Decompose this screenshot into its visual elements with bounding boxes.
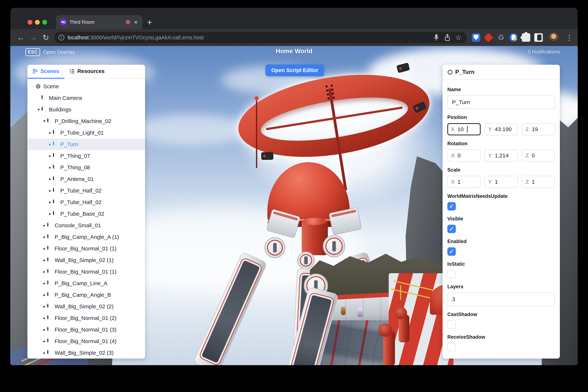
enabled-checkbox[interactable]: ✓ [447,247,456,256]
tree-item-floor-big-normal-01-2[interactable]: ▸ Floor_Big_Normal_01 (2) [28,312,145,324]
red-diamond-extension-icon[interactable] [484,33,493,42]
worldmatrixneedsupdate-checkbox[interactable]: ✓ [447,202,456,210]
position-y-input[interactable]: Y43.190 [485,123,518,135]
axis-label: X [451,152,454,159]
expand-arrow-icon[interactable]: ▾ [42,119,47,124]
expand-arrow-icon[interactable]: ▸ [47,212,53,216]
tree-item-p-tube-half-02[interactable]: ▸ P_Tube_Half_02 [28,185,145,196]
frame-extension-icon[interactable] [534,33,543,42]
tab-close-icon[interactable]: × [133,19,138,25]
viewport-3d-scene[interactable]: ESC Open Overlay Home World 0 Notificati… [10,46,578,365]
open-script-editor-button[interactable]: Open Script Editor [266,64,324,76]
tree-item-main-camera[interactable]: Main Camera [28,92,145,104]
rotation-z-input[interactable]: Z0 [522,150,555,162]
isstatic-checkbox[interactable]: ✓ [447,270,456,278]
expand-arrow-icon[interactable]: ▸ [42,327,47,332]
menu-kebab-icon[interactable]: ⋮ [566,33,573,42]
tree-item-p-big-camp-angle-a-1[interactable]: ▸ P_Big_Camp_Angle_A (1) [28,231,145,243]
tree-item-scene[interactable]: Scene [28,80,145,92]
expand-arrow-icon[interactable]: ▸ [47,188,53,193]
tree-item-p-tube-base-02[interactable]: ▸ P_Tube_Base_02 [28,208,145,220]
tree-item-buildings[interactable]: ▾ Buildings [28,104,145,115]
scale-x-input[interactable]: X1 [447,176,480,188]
forward-button[interactable]: → [28,33,39,42]
expand-arrow-icon[interactable]: ▸ [47,142,53,147]
expand-arrow-icon[interactable]: ▸ [47,200,53,205]
tree-item-wall-big-simple-02-1[interactable]: ▸ Wall_Big_Simple_02 (1) [28,254,145,266]
share-icon[interactable] [444,34,450,41]
inspector-body: Name P_Turn Position X10Y43.190Z19 Rotat… [442,80,560,356]
position-z-input[interactable]: Z19 [522,123,555,135]
expand-arrow-icon[interactable]: ▸ [42,246,47,251]
expand-arrow-icon[interactable]: ▸ [42,223,47,228]
tree-item-floor-big-normal-01-3[interactable]: ▸ Floor_Big_Normal_01 (3) [28,324,145,335]
url-text[interactable]: localhost:3000/world/!vjrzmTVOcyIsLgaAkA… [68,34,433,41]
expand-arrow-icon[interactable]: ▸ [42,292,47,297]
tree-item-floor-big-normal-01-4[interactable]: ▸ Floor_Big_Normal_01 (4) [28,335,145,347]
microphone-icon[interactable] [433,34,440,41]
tree-item-p-big-camp-angle-b[interactable]: ▸ P_Big_Camp_Angle_B [28,289,145,300]
avatar-figure [341,307,346,315]
tree-item-p-thing-07[interactable]: ▸ P_Thing_07 [28,150,145,162]
receiveshadow-checkbox[interactable]: ✓ [447,343,456,351]
recycle-extension-icon[interactable]: ♻ [497,33,505,42]
expand-arrow-icon[interactable]: ▸ [47,154,53,158]
tree-item-p-turn[interactable]: ▸ P_Turn [28,138,145,150]
expand-arrow-icon[interactable]: ▸ [42,258,47,262]
tree-item-wall-big-simple-02-2[interactable]: ▸ Wall_Big_Simple_02 (2) [28,300,145,312]
position-x-input[interactable]: X10 [447,123,480,135]
notifications-status[interactable]: 0 Notifications [528,49,560,55]
tree-item-p-thing-08[interactable]: ▸ P_Thing_08 [28,162,145,173]
scale-y-input[interactable]: Y1 [485,176,518,188]
rotation-y-input[interactable]: Y1.214 [485,150,518,162]
expand-arrow-icon[interactable]: ▸ [42,350,47,355]
tree-item-wall-big-simple-02-3[interactable]: ▸ Wall_Big_Simple_02 (3) [28,347,145,358]
bitwarden-extension-icon[interactable] [472,33,480,42]
expand-arrow-icon[interactable]: ▸ [42,339,47,344]
expand-arrow-icon[interactable]: ▸ [42,269,47,274]
tree-item-floor-big-normal-01-1[interactable]: ▸ Floor_Big_Normal_01 (1) [28,243,145,254]
name-input[interactable]: P_Turn [447,96,555,109]
field-label: IsStatic [447,261,555,267]
bookmark-star-icon[interactable]: ☆ [455,34,462,41]
cloud [132,114,249,145]
expand-arrow-icon[interactable]: ▸ [42,281,47,286]
expand-arrow-icon[interactable]: ▾ [36,107,42,112]
window-zoom-button[interactable] [42,20,47,25]
new-tab-button[interactable]: + [147,18,152,26]
moon-extension-icon[interactable] [509,33,518,42]
scale-z-input[interactable]: Z1 [522,176,555,188]
section-enabled: Enabled ✓ [447,239,555,256]
tree-item-p-drilling-machine-02[interactable]: ▾ P_Drilling_Machine_02 [28,115,145,127]
expand-arrow-icon[interactable]: ▸ [47,165,53,170]
expand-arrow-icon[interactable]: ▸ [42,316,47,320]
rotation-x-input[interactable]: X0 [447,150,480,162]
ring-sensor-cap [261,152,274,160]
tab-scenes[interactable]: Scenes [28,65,64,79]
tree-item-p-antena-01[interactable]: ▸ P_Antena_01 [28,173,145,185]
tree-item-p-tube-light-01[interactable]: ▸ P_Tube_Light_01 [28,127,145,138]
window-close-button[interactable] [28,20,32,25]
tree-item-floor-big-normal-01-1[interactable]: ▸ Floor_Big_Normal_01 (1) [28,266,145,278]
expand-arrow-icon[interactable]: ▸ [42,234,47,240]
extensions-puzzle-icon[interactable] [522,33,530,42]
back-button[interactable]: ← [15,33,26,42]
address-bar[interactable]: i localhost:3000/world/!vjrzmTVOcyIsLgaA… [54,32,467,43]
browser-tab[interactable]: Third Room × [56,15,142,29]
page-info-icon[interactable]: i [58,34,64,40]
layers-input[interactable]: 3 [447,292,555,306]
tab-resources[interactable]: Resources [64,65,110,79]
window-minimize-button[interactable] [35,20,40,25]
tree-item-p-big-camp-line-a[interactable]: ▸ P_Big_Camp_Line_A [28,278,145,289]
reload-button[interactable]: ↻ [40,33,52,42]
profile-avatar[interactable] [549,32,558,42]
visible-checkbox[interactable]: ✓ [447,225,456,233]
tree-item-p-tube-half-02[interactable]: ▸ P_Tube_Half_02 [28,196,145,208]
tree-item-label: Buildings [49,106,71,113]
expand-arrow-icon[interactable]: ▸ [47,130,53,135]
tree-item-console-small-01[interactable]: ▸ Console_Small_01 [28,220,145,231]
expand-arrow-icon[interactable]: ▸ [42,304,47,309]
expand-arrow-icon[interactable]: ▸ [47,177,53,182]
castshadow-checkbox[interactable]: ✓ [447,320,456,329]
pipe-elbow [395,307,407,319]
